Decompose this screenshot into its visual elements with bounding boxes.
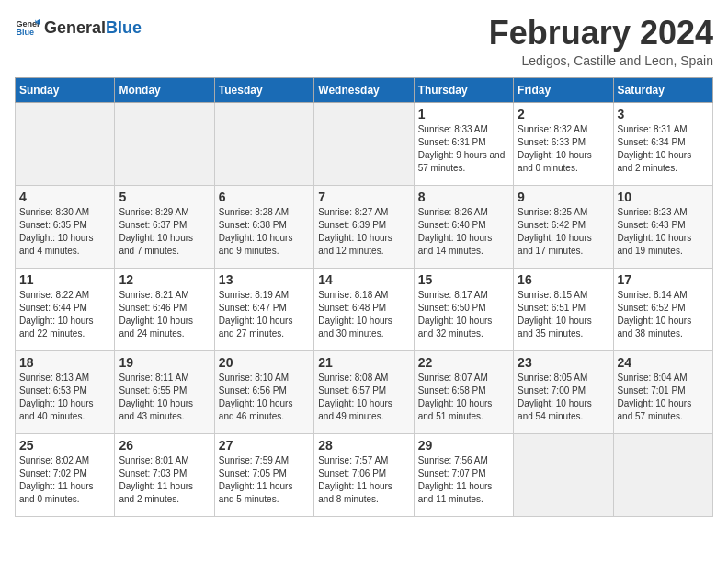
calendar-day-cell: 5Sunrise: 8:29 AM Sunset: 6:37 PM Daylig… xyxy=(115,185,214,268)
day-info: Sunrise: 8:25 AM Sunset: 6:42 PM Dayligh… xyxy=(518,206,609,258)
day-info: Sunrise: 8:32 AM Sunset: 6:33 PM Dayligh… xyxy=(518,123,609,175)
day-number: 11 xyxy=(19,272,110,287)
calendar-day-cell: 24Sunrise: 8:04 AM Sunset: 7:01 PM Dayli… xyxy=(613,350,712,433)
day-info: Sunrise: 8:23 AM Sunset: 6:43 PM Dayligh… xyxy=(618,206,709,258)
calendar-week-row: 25Sunrise: 8:02 AM Sunset: 7:02 PM Dayli… xyxy=(16,433,713,516)
calendar-week-row: 11Sunrise: 8:22 AM Sunset: 6:44 PM Dayli… xyxy=(16,268,713,350)
calendar-day-cell: 4Sunrise: 8:30 AM Sunset: 6:35 PM Daylig… xyxy=(16,185,115,268)
calendar-day-cell: 12Sunrise: 8:21 AM Sunset: 6:46 PM Dayli… xyxy=(115,268,214,350)
day-info: Sunrise: 8:10 AM Sunset: 6:56 PM Dayligh… xyxy=(219,372,310,423)
calendar-table: SundayMondayTuesdayWednesdayThursdayFrid… xyxy=(15,77,713,517)
day-info: Sunrise: 8:18 AM Sunset: 6:48 PM Dayligh… xyxy=(318,289,409,340)
day-info: Sunrise: 8:05 AM Sunset: 7:00 PM Dayligh… xyxy=(518,372,609,423)
day-info: Sunrise: 8:26 AM Sunset: 6:40 PM Dayligh… xyxy=(418,206,509,258)
calendar-day-cell: 26Sunrise: 8:01 AM Sunset: 7:03 PM Dayli… xyxy=(115,433,214,516)
day-info: Sunrise: 8:19 AM Sunset: 6:47 PM Dayligh… xyxy=(219,289,310,340)
day-number: 15 xyxy=(418,272,509,287)
calendar-day-cell: 10Sunrise: 8:23 AM Sunset: 6:43 PM Dayli… xyxy=(613,185,712,268)
day-info: Sunrise: 8:29 AM Sunset: 6:37 PM Dayligh… xyxy=(119,206,210,258)
day-number: 22 xyxy=(418,355,509,370)
day-info: Sunrise: 8:02 AM Sunset: 7:02 PM Dayligh… xyxy=(19,454,110,506)
calendar-day-cell xyxy=(613,433,712,516)
day-info: Sunrise: 7:59 AM Sunset: 7:05 PM Dayligh… xyxy=(219,454,310,506)
day-number: 23 xyxy=(518,355,609,370)
day-info: Sunrise: 8:22 AM Sunset: 6:44 PM Dayligh… xyxy=(19,289,110,340)
calendar-day-cell: 28Sunrise: 7:57 AM Sunset: 7:06 PM Dayli… xyxy=(314,433,414,516)
day-number: 17 xyxy=(618,272,709,287)
calendar-day-cell: 14Sunrise: 8:18 AM Sunset: 6:48 PM Dayli… xyxy=(314,268,414,350)
day-number: 10 xyxy=(618,190,709,204)
calendar-day-cell: 22Sunrise: 8:07 AM Sunset: 6:58 PM Dayli… xyxy=(414,350,513,433)
calendar-day-header: Saturday xyxy=(613,77,712,102)
day-info: Sunrise: 8:01 AM Sunset: 7:03 PM Dayligh… xyxy=(119,454,210,506)
day-number: 21 xyxy=(318,355,409,370)
day-number: 9 xyxy=(518,190,609,204)
logo-general-text: General xyxy=(44,18,106,37)
calendar-day-cell: 8Sunrise: 8:26 AM Sunset: 6:40 PM Daylig… xyxy=(414,185,513,268)
calendar-day-cell: 7Sunrise: 8:27 AM Sunset: 6:39 PM Daylig… xyxy=(314,185,414,268)
day-number: 4 xyxy=(19,190,110,204)
svg-text:Blue: Blue xyxy=(16,28,34,37)
calendar-day-cell: 18Sunrise: 8:13 AM Sunset: 6:53 PM Dayli… xyxy=(16,350,115,433)
day-number: 8 xyxy=(418,190,509,204)
day-info: Sunrise: 8:15 AM Sunset: 6:51 PM Dayligh… xyxy=(518,289,609,340)
day-info: Sunrise: 8:21 AM Sunset: 6:46 PM Dayligh… xyxy=(119,289,210,340)
calendar-week-row: 4Sunrise: 8:30 AM Sunset: 6:35 PM Daylig… xyxy=(16,185,713,268)
day-info: Sunrise: 8:17 AM Sunset: 6:50 PM Dayligh… xyxy=(418,289,509,340)
calendar-day-cell: 15Sunrise: 8:17 AM Sunset: 6:50 PM Dayli… xyxy=(414,268,513,350)
day-number: 14 xyxy=(318,272,409,287)
page-header: General Blue GeneralBlue February 2024 L… xyxy=(15,15,713,68)
calendar-day-cell: 9Sunrise: 8:25 AM Sunset: 6:42 PM Daylig… xyxy=(514,185,613,268)
day-number: 20 xyxy=(219,355,310,370)
day-number: 3 xyxy=(618,107,709,121)
logo: General Blue GeneralBlue xyxy=(15,15,142,40)
logo-blue-text: Blue xyxy=(106,18,142,37)
calendar-day-header: Thursday xyxy=(414,77,513,102)
calendar-day-cell: 23Sunrise: 8:05 AM Sunset: 7:00 PM Dayli… xyxy=(514,350,613,433)
calendar-day-cell: 6Sunrise: 8:28 AM Sunset: 6:38 PM Daylig… xyxy=(214,185,313,268)
title-area: February 2024 Ledigos, Castille and Leon… xyxy=(489,15,713,68)
day-info: Sunrise: 8:13 AM Sunset: 6:53 PM Dayligh… xyxy=(19,372,110,423)
page-title: February 2024 xyxy=(489,15,713,52)
logo-icon: General Blue xyxy=(15,15,40,40)
day-number: 16 xyxy=(518,272,609,287)
calendar-day-cell: 19Sunrise: 8:11 AM Sunset: 6:55 PM Dayli… xyxy=(115,350,214,433)
calendar-day-cell: 27Sunrise: 7:59 AM Sunset: 7:05 PM Dayli… xyxy=(214,433,313,516)
calendar-day-cell: 13Sunrise: 8:19 AM Sunset: 6:47 PM Dayli… xyxy=(214,268,313,350)
calendar-day-cell xyxy=(514,433,613,516)
calendar-day-cell: 25Sunrise: 8:02 AM Sunset: 7:02 PM Dayli… xyxy=(16,433,115,516)
day-number: 1 xyxy=(418,107,509,121)
calendar-day-cell xyxy=(214,102,313,185)
calendar-day-header: Friday xyxy=(514,77,613,102)
day-info: Sunrise: 8:11 AM Sunset: 6:55 PM Dayligh… xyxy=(119,372,210,423)
day-info: Sunrise: 7:56 AM Sunset: 7:07 PM Dayligh… xyxy=(418,454,509,506)
day-number: 18 xyxy=(19,355,110,370)
day-number: 29 xyxy=(418,438,509,453)
day-info: Sunrise: 8:07 AM Sunset: 6:58 PM Dayligh… xyxy=(418,372,509,423)
day-number: 19 xyxy=(119,355,210,370)
day-info: Sunrise: 8:31 AM Sunset: 6:34 PM Dayligh… xyxy=(618,123,709,175)
calendar-day-cell: 1Sunrise: 8:33 AM Sunset: 6:31 PM Daylig… xyxy=(414,102,513,185)
calendar-day-header: Monday xyxy=(115,77,214,102)
day-number: 26 xyxy=(119,438,210,453)
calendar-day-cell: 2Sunrise: 8:32 AM Sunset: 6:33 PM Daylig… xyxy=(514,102,613,185)
day-number: 5 xyxy=(119,190,210,204)
calendar-day-header: Wednesday xyxy=(314,77,414,102)
svg-text:General: General xyxy=(16,19,40,29)
calendar-day-cell: 17Sunrise: 8:14 AM Sunset: 6:52 PM Dayli… xyxy=(613,268,712,350)
calendar-day-cell: 11Sunrise: 8:22 AM Sunset: 6:44 PM Dayli… xyxy=(16,268,115,350)
calendar-header-row: SundayMondayTuesdayWednesdayThursdayFrid… xyxy=(16,77,713,102)
day-number: 12 xyxy=(119,272,210,287)
calendar-day-cell xyxy=(314,102,414,185)
day-info: Sunrise: 8:08 AM Sunset: 6:57 PM Dayligh… xyxy=(318,372,409,423)
day-number: 28 xyxy=(318,438,409,453)
calendar-day-cell: 16Sunrise: 8:15 AM Sunset: 6:51 PM Dayli… xyxy=(514,268,613,350)
day-number: 7 xyxy=(318,190,409,204)
calendar-day-header: Tuesday xyxy=(214,77,313,102)
calendar-day-cell xyxy=(115,102,214,185)
day-number: 2 xyxy=(518,107,609,121)
day-number: 6 xyxy=(219,190,310,204)
calendar-day-cell xyxy=(16,102,115,185)
day-info: Sunrise: 8:04 AM Sunset: 7:01 PM Dayligh… xyxy=(618,372,709,423)
day-info: Sunrise: 8:33 AM Sunset: 6:31 PM Dayligh… xyxy=(418,123,509,175)
